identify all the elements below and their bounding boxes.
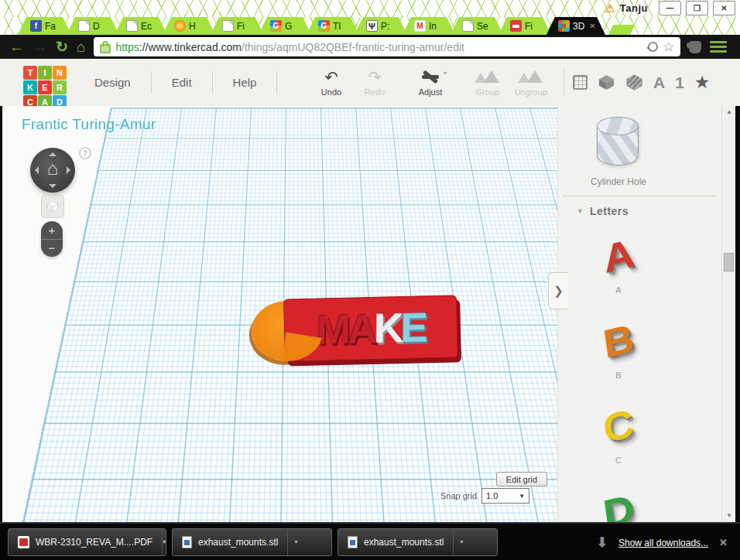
- menu-design[interactable]: Design: [74, 76, 151, 89]
- help-button[interactable]: ?: [79, 147, 91, 159]
- menu-help[interactable]: Help: [213, 76, 277, 89]
- view-navigation-control[interactable]: ⌂: [30, 148, 75, 193]
- download-menu-caret[interactable]: ▾: [162, 529, 166, 555]
- download-menu-caret[interactable]: ▾: [453, 529, 469, 555]
- undo-button[interactable]: ↶ Undo: [311, 68, 351, 97]
- download-menu-caret[interactable]: ▾: [287, 529, 303, 555]
- model-letter-a[interactable]: A: [348, 308, 375, 350]
- view-cube-button[interactable]: [41, 195, 64, 218]
- edit-grid-button[interactable]: Edit grid: [496, 472, 547, 487]
- new-tab-button[interactable]: [608, 25, 635, 35]
- home-button[interactable]: ⌂: [77, 39, 85, 54]
- cube-icon: [46, 200, 59, 213]
- browser-toolbar: ← → ↻ ⌂ https ://www.tinkercad.com /thin…: [0, 35, 740, 59]
- shape-item-cylinder-hole[interactable]: Cylinder Hole: [591, 117, 646, 187]
- downloads-close-icon[interactable]: ✕: [719, 537, 728, 548]
- chrome-menu-icon[interactable]: [710, 41, 727, 53]
- stl-file-icon: [348, 536, 358, 548]
- url-host: ://www.tinkercad.com: [139, 41, 242, 53]
- snap-grid-label: Snap grid: [440, 491, 477, 500]
- group-button[interactable]: Group: [468, 68, 508, 97]
- tab-8[interactable]: P:: [355, 17, 407, 35]
- model-letter-k[interactable]: K: [374, 307, 401, 349]
- snap-grid-select[interactable]: 1.0 ▼: [481, 488, 529, 504]
- forward-button[interactable]: →: [33, 39, 47, 54]
- url-path: /things/aqmUQ82QBEf-frantic-turing-amur/…: [242, 41, 643, 53]
- warning-icon: ⚠: [605, 2, 615, 14]
- numbers-category-icon[interactable]: 1: [675, 74, 684, 90]
- shape-item-letter-c[interactable]: C C: [603, 405, 634, 490]
- shape-item-letter-d[interactable]: D D: [603, 490, 634, 522]
- tab-10[interactable]: Se: [451, 17, 503, 35]
- pdf-file-icon: [18, 536, 29, 548]
- ungroup-button[interactable]: Ungroup: [509, 68, 553, 97]
- workplane-category-icon[interactable]: [573, 75, 588, 90]
- tab-4[interactable]: H: [163, 17, 215, 35]
- address-bar[interactable]: https ://www.tinkercad.com /things/aqmUQ…: [94, 37, 680, 56]
- sidebar-collapse-handle[interactable]: ❯: [548, 272, 568, 309]
- redo-icon: ↷: [355, 68, 395, 85]
- page-icon: [222, 20, 234, 32]
- download-item-stl-1[interactable]: exhaust_mounts.stl ▾: [172, 528, 332, 556]
- chevron-down-icon: ▼: [519, 493, 525, 500]
- bookmark-star-icon[interactable]: ☆: [663, 40, 674, 53]
- rotate-down-icon[interactable]: [49, 184, 57, 188]
- tab-6[interactable]: G: [259, 17, 311, 35]
- adjust-button[interactable]: ▾ Adjust: [409, 68, 452, 97]
- download-item-stl-2[interactable]: exhaust_mounts.stl ▾: [337, 528, 498, 556]
- window-title-bar: ⚠ Tanju — ❐ ✕: [0, 0, 740, 17]
- tinkercad-logo[interactable]: T I N K E R C A D: [23, 66, 67, 109]
- zoom-in-button[interactable]: +: [41, 221, 63, 240]
- reload-button[interactable]: ↻: [56, 39, 68, 54]
- back-button[interactable]: ←: [9, 39, 24, 54]
- tab-close-icon[interactable]: ✕: [589, 22, 595, 30]
- tab-5[interactable]: Fi: [211, 17, 263, 35]
- tab-tinkercad-active[interactable]: 3D ✕: [546, 17, 605, 35]
- scroll-down-icon[interactable]: ▼: [722, 510, 736, 522]
- show-all-downloads-link[interactable]: Show all downloads...: [618, 538, 708, 548]
- shape-item-letter-a[interactable]: A A: [603, 234, 634, 319]
- model-letter-e[interactable]: E: [400, 306, 425, 348]
- home-view-icon[interactable]: ⌂: [30, 159, 75, 178]
- rotate-up-icon[interactable]: [49, 152, 57, 156]
- solid-shape-category-icon[interactable]: [598, 73, 615, 91]
- redo-button[interactable]: ↷ Redo: [355, 68, 395, 97]
- tab-7[interactable]: TI: [307, 17, 359, 35]
- favorites-category-icon[interactable]: ★: [694, 72, 711, 93]
- chevron-down-icon: ▼: [577, 207, 584, 215]
- model-letter-m[interactable]: M: [317, 309, 348, 350]
- evernote-extension-icon[interactable]: [689, 41, 701, 53]
- minimize-button[interactable]: —: [659, 1, 681, 15]
- tab-3[interactable]: Ec: [115, 17, 167, 35]
- tab-facebook[interactable]: Fa: [19, 17, 71, 35]
- make-logo-model[interactable]: M A K E: [248, 295, 473, 369]
- multicolor-g-icon: [318, 20, 330, 32]
- maximize-button[interactable]: ❐: [686, 1, 708, 15]
- zoom-out-button[interactable]: −: [41, 240, 63, 256]
- multicolor-g-icon: [270, 20, 282, 32]
- group-icon: [474, 70, 501, 83]
- letters-section-header[interactable]: ▼ Letters: [577, 205, 721, 217]
- design-canvas[interactable]: Frantic Turing-Amur ⌂ ? + − M: [2, 106, 557, 522]
- tab-2[interactable]: D: [67, 17, 119, 35]
- letters-category-icon[interactable]: A: [653, 74, 665, 90]
- page-icon: [126, 20, 138, 32]
- search-icon[interactable]: [648, 42, 658, 52]
- sidebar-scrollbar[interactable]: ▲ ▼: [721, 106, 735, 522]
- download-item-pdf[interactable]: WBR-2310_REVA_M....PDF ▾: [8, 528, 166, 556]
- zoom-control[interactable]: + −: [41, 221, 63, 257]
- tab-gmail[interactable]: In: [403, 17, 455, 35]
- hole-shape-category-icon[interactable]: [625, 73, 643, 91]
- scroll-up-icon[interactable]: ▲: [722, 106, 736, 118]
- menu-edit[interactable]: Edit: [152, 76, 212, 89]
- emblem-icon: [366, 20, 378, 32]
- scrollbar-thumb[interactable]: [724, 253, 734, 271]
- close-button[interactable]: ✕: [713, 1, 735, 15]
- url-scheme: https: [115, 41, 139, 53]
- ssl-padlock-icon[interactable]: [100, 44, 111, 53]
- tinkercad-header: T I N K E R C A D Design Edit Help ↶ Und…: [0, 59, 740, 107]
- shape-library-sidebar: Cylinder Hole ▼ Letters A A B B C C D D: [557, 106, 721, 522]
- tab-meetup[interactable]: Fi: [498, 17, 551, 35]
- page-icon: [462, 20, 474, 32]
- shape-item-letter-b[interactable]: B B: [603, 319, 634, 405]
